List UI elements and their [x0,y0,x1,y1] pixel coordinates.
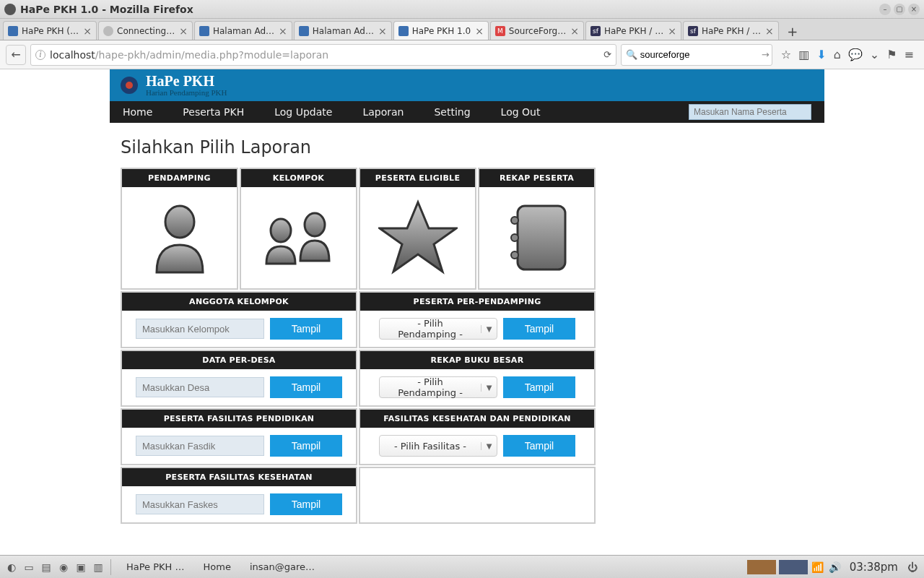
peserta-fasdik-button[interactable]: Tampil [270,435,342,457]
home-icon[interactable]: ⌂ [834,48,841,61]
firefox-launcher-icon[interactable]: ◉ [56,560,71,574]
show-desktop-icon[interactable]: ▭ [22,560,36,574]
taskbar: ◐ ▭ ▤ ◉ ▣ ▥ HaPe PKH … Home insan@gare… … [0,555,924,578]
card-empty [359,467,596,524]
task-firefox[interactable]: HaPe PKH … [116,559,191,574]
close-icon[interactable]: × [179,25,188,37]
url-bar[interactable]: i localhost/hape-pkh/admin/media.php?mod… [30,44,616,66]
close-icon[interactable]: × [279,25,287,37]
addon-icon[interactable]: ⚑ [886,48,897,61]
task-terminal[interactable]: insan@gare… [240,559,321,574]
data-per-desa-button[interactable]: Tampil [270,376,342,398]
workspace-2[interactable] [779,560,808,574]
anggota-kelompok-button[interactable]: Tampil [270,318,342,340]
url-text: localhost/hape-pkh/admin/media.php?modul… [50,49,603,61]
group-icon [259,209,339,267]
back-button[interactable]: ← [6,45,26,65]
rekap-buku-besar-button[interactable]: Tampil [503,376,575,398]
peserta-faskes-button[interactable]: Tampil [270,493,342,515]
card-pendamping[interactable]: PENDAMPING [121,168,238,290]
card-kelompok[interactable]: KELOMPOK [240,168,357,290]
tab-3[interactable]: Halaman Ad…× [294,21,392,40]
menu-laporan[interactable]: Laporan [362,106,404,118]
menu-setting[interactable]: Setting [434,106,470,118]
card-peserta-eligible[interactable]: PESERTA ELIGIBLE [359,168,476,290]
terminal-launcher-icon[interactable]: ▣ [74,560,88,574]
fasilitas-select[interactable]: - Pilih Fasilitas -▼ [379,435,497,457]
star-icon [378,198,458,277]
svg-point-8 [511,251,518,259]
download-icon[interactable]: ⬇ [816,48,826,61]
search-input[interactable] [640,49,762,60]
maximize-button[interactable]: ▢ [894,4,905,15]
tab-1[interactable]: Connecting…× [98,21,193,40]
person-icon [151,202,209,274]
close-icon[interactable]: × [378,25,387,37]
svg-rect-5 [518,206,565,269]
close-icon[interactable]: × [475,25,484,37]
data-per-desa-input[interactable] [136,377,264,397]
site-name: HaPe PKH [146,74,227,88]
svg-point-3 [305,213,325,236]
window-title: HaPe PKH 1.0 - Mozilla Firefox [20,4,193,15]
card-peserta-per-pendamping: PESERTA PER-PENDAMPING - Pilih Pendampin… [359,291,596,348]
search-peserta-input[interactable] [689,104,811,120]
fasilitas-button[interactable]: Tampil [503,435,575,457]
svg-point-1 [126,82,133,89]
power-icon[interactable]: ⏻ [905,560,920,574]
nav-toolbar: ← i localhost/hape-pkh/admin/media.php?m… [0,40,924,69]
bookmark-icon[interactable]: ☆ [781,48,791,61]
window-controls: – ▢ × [879,4,920,15]
chevron-down-icon: ▼ [481,384,497,392]
anggota-kelompok-input[interactable] [136,319,264,339]
close-icon[interactable]: × [668,25,676,37]
close-icon[interactable]: × [570,25,579,37]
files-icon[interactable]: ▤ [39,560,53,574]
task-home[interactable]: Home [193,559,237,574]
menu-peserta-pkh[interactable]: Peserta PKH [183,106,244,118]
workspace-1[interactable] [747,560,776,574]
clock[interactable]: 03:38pm [850,561,898,574]
new-tab-button[interactable]: + [783,22,802,40]
rekap-buku-besar-select[interactable]: - Pilih Pendamping -▼ [379,376,497,398]
info-icon[interactable]: i [35,50,45,60]
book-icon [505,202,570,274]
menu-home[interactable]: Home [123,106,152,118]
tab-0[interactable]: HaPe PKH (…× [3,21,97,40]
close-button[interactable]: × [908,4,920,15]
tab-7[interactable]: sfHaPe PKH / …× [683,21,779,40]
peserta-fasdik-input[interactable] [136,436,264,456]
network-icon[interactable]: 📶 [811,560,825,574]
search-bar[interactable]: 🔍 → [621,44,772,66]
card-rekap-peserta[interactable]: REKAP PESERTA [478,168,596,290]
pocket-icon[interactable]: ⌄ [870,48,879,61]
site-subtitle: Harian Pendamping PKH [146,88,227,97]
menu-logout[interactable]: Log Out [501,106,541,118]
svg-point-2 [165,206,194,238]
peserta-faskes-input[interactable] [136,494,264,514]
svg-point-7 [511,234,518,241]
menubar: Home Peserta PKH Log Update Laporan Sett… [110,101,824,123]
menu-launcher-icon[interactable]: ◐ [4,560,19,574]
minimize-button[interactable]: – [879,4,891,15]
tab-6[interactable]: sfHaPe PKH / …× [585,21,681,40]
library-icon[interactable]: ▥ [798,48,809,61]
close-icon[interactable]: × [83,25,92,37]
reload-icon[interactable]: ⟳ [603,49,611,60]
tab-4[interactable]: HaPe PKH 1.0× [393,21,489,40]
app-launcher-icon[interactable]: ▥ [91,560,105,574]
menu-icon[interactable]: ≡ [905,48,914,61]
tab-2[interactable]: Halaman Ad…× [194,21,292,40]
peserta-per-pendamping-select[interactable]: - Pilih Pendamping -▼ [379,318,497,340]
close-icon[interactable]: × [765,25,774,37]
chat-icon[interactable]: 💬 [848,48,863,61]
go-icon[interactable]: → [762,49,770,60]
window-titlebar: HaPe PKH 1.0 - Mozilla Firefox – ▢ × [0,0,924,19]
menu-log-update[interactable]: Log Update [274,106,332,118]
volume-icon[interactable]: 🔊 [828,560,842,574]
site-header: HaPe PKH Harian Pendamping PKH [110,69,824,101]
tab-5[interactable]: MSourceForg…× [490,21,584,40]
chevron-down-icon: ▼ [481,325,497,333]
search-icon: 🔍 [626,49,637,60]
peserta-per-pendamping-button[interactable]: Tampil [503,318,575,340]
